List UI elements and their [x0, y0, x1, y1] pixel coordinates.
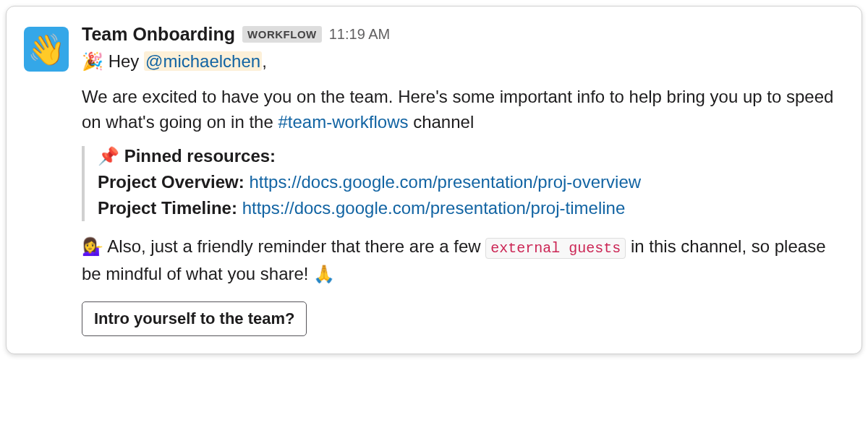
greeting-suffix: , [262, 51, 267, 71]
pray-icon: 🙏 [313, 264, 335, 283]
workflow-badge: WORKFLOW [242, 26, 322, 43]
intro-suffix: channel [409, 112, 475, 132]
pin-icon: 📌 [98, 146, 119, 166]
message-header: Team Onboarding WORKFLOW 11:19 AM [82, 24, 838, 45]
resource-line: Project Overview: https://docs.google.co… [98, 169, 838, 195]
wave-icon: 👋 [27, 32, 65, 67]
greeting-prefix: Hey [109, 51, 144, 71]
resource-url[interactable]: https://docs.google.com/presentation/pro… [249, 172, 641, 192]
channel-link[interactable]: #team-workflows [278, 112, 408, 132]
resource-url[interactable]: https://docs.google.com/presentation/pro… [242, 198, 626, 218]
external-guests-code: external guests [485, 238, 626, 259]
sender-avatar: 👋 [24, 27, 69, 72]
reminder-paragraph: 💁‍♀️ Also, just a friendly reminder that… [82, 233, 838, 286]
resource-label: Project Timeline: [98, 198, 242, 218]
tipping-hand-icon: 💁‍♀️ [82, 236, 103, 256]
sender-name: Team Onboarding [82, 24, 235, 45]
greeting-line: 🎉 Hey @michaelchen, [82, 49, 838, 74]
pinned-header-text: Pinned resources: [124, 146, 276, 166]
resource-label: Project Overview: [98, 172, 249, 192]
message-content: Team Onboarding WORKFLOW 11:19 AM 🎉 Hey … [82, 24, 838, 336]
pinned-header: 📌 Pinned resources: [98, 146, 838, 166]
message-card: 👋 Team Onboarding WORKFLOW 11:19 AM 🎉 He… [6, 6, 862, 354]
pinned-resources-block: 📌 Pinned resources: Project Overview: ht… [82, 146, 838, 221]
tada-icon: 🎉 [82, 51, 103, 71]
user-mention[interactable]: @michaelchen [144, 51, 262, 71]
intro-yourself-button[interactable]: Intro yourself to the team? [82, 301, 307, 336]
resource-line: Project Timeline: https://docs.google.co… [98, 195, 838, 221]
intro-paragraph: We are excited to have you on the team. … [82, 85, 838, 135]
timestamp: 11:19 AM [329, 26, 391, 43]
reminder-before: Also, just a friendly reminder that ther… [107, 236, 485, 256]
